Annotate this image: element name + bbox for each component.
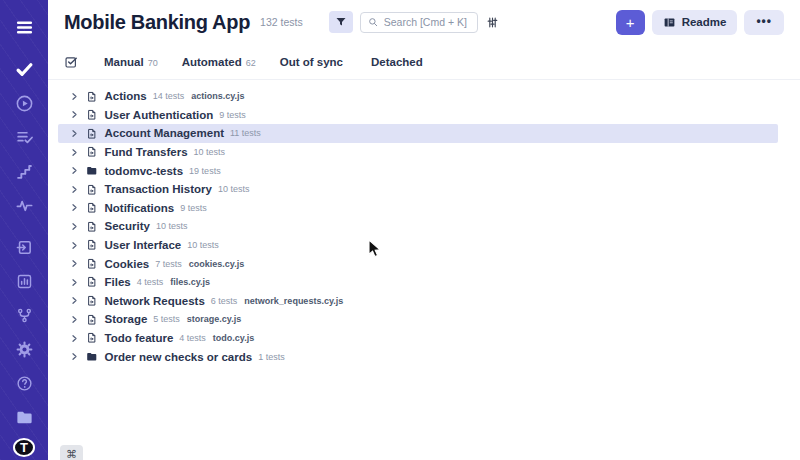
command-shortcut-button[interactable]: ⌘: [60, 445, 83, 460]
chevron-right-icon[interactable]: [70, 296, 79, 305]
suite-test-count: 7 tests: [155, 259, 182, 269]
suite-name: Fund Transfers: [105, 146, 188, 158]
suite-row[interactable]: Notifications 9 tests: [58, 199, 778, 218]
file-icon: [86, 314, 98, 326]
file-icon: [86, 202, 98, 214]
file-icon: [86, 239, 98, 251]
suite-name: Order new checks or cards: [105, 351, 253, 363]
suite-name: User Interface: [105, 239, 182, 251]
chevron-right-icon[interactable]: [70, 166, 79, 175]
ellipsis-icon: •••: [756, 14, 772, 28]
runs-play-icon[interactable]: [11, 90, 37, 116]
file-icon: [86, 146, 98, 158]
suite-filename: files.cy.js: [170, 277, 210, 287]
test-plans-list-icon[interactable]: [11, 124, 37, 150]
suite-row[interactable]: Files 4 tests files.cy.js: [58, 273, 778, 292]
add-button[interactable]: +: [616, 10, 645, 35]
suite-name: Account Management: [105, 127, 225, 139]
suite-name: Todo feature: [105, 332, 174, 344]
tests-checkmark-icon[interactable]: [11, 56, 37, 82]
chevron-right-icon[interactable]: [70, 334, 79, 343]
suite-row[interactable]: todomvc-tests 19 tests: [58, 161, 778, 180]
suite-row[interactable]: Fund Transfers 10 tests: [58, 143, 778, 162]
suite-row[interactable]: User Authentication 9 tests: [58, 106, 778, 125]
app-logo[interactable]: T: [13, 438, 35, 457]
suite-filename: actions.cy.js: [191, 91, 244, 101]
chevron-right-icon[interactable]: [70, 185, 79, 194]
chevron-right-icon[interactable]: [70, 241, 79, 250]
branches-fork-icon[interactable]: [11, 302, 37, 328]
sliders-icon: [486, 16, 499, 29]
suite-name: Files: [105, 276, 131, 288]
file-icon: [86, 128, 98, 140]
suite-test-count: 1 tests: [258, 352, 285, 362]
suite-row[interactable]: User Interface 10 tests: [58, 236, 778, 255]
suite-row[interactable]: Account Management 11 tests: [58, 124, 778, 143]
suite-row[interactable]: Actions 14 tests actions.cy.js: [58, 87, 778, 106]
checklist-icon[interactable]: [64, 55, 78, 69]
filter-button[interactable]: [329, 11, 353, 33]
chevron-right-icon[interactable]: [70, 259, 79, 268]
import-login-icon[interactable]: [11, 234, 37, 260]
suite-filename: storage.cy.js: [187, 314, 241, 324]
chevron-right-icon[interactable]: [70, 222, 79, 231]
chevron-right-icon[interactable]: [70, 352, 79, 361]
readme-button[interactable]: Readme: [652, 10, 738, 35]
filter-tabs: Manual 70 Automated 62 Out of sync Detac…: [48, 44, 800, 80]
projects-folder-icon[interactable]: [11, 404, 37, 430]
chevron-right-icon[interactable]: [70, 110, 79, 119]
suite-name: Notifications: [105, 202, 175, 214]
suite-row[interactable]: Todo feature 4 tests todo.cy.js: [58, 329, 778, 348]
total-tests-count: 132 tests: [260, 16, 303, 28]
chevron-right-icon[interactable]: [70, 92, 79, 101]
suite-test-count: 10 tests: [194, 147, 226, 157]
chevron-right-icon[interactable]: [70, 203, 79, 212]
suite-row[interactable]: Network Requests 6 tests network_request…: [58, 292, 778, 311]
more-options-button[interactable]: •••: [744, 10, 784, 35]
suite-row[interactable]: Security 10 tests: [58, 217, 778, 236]
search-settings-button[interactable]: [486, 16, 499, 29]
suite-row[interactable]: Storage 5 tests storage.cy.js: [58, 310, 778, 329]
search-input[interactable]: [384, 16, 470, 28]
settings-gear-icon[interactable]: [11, 336, 37, 362]
reports-barchart-icon[interactable]: [11, 268, 37, 294]
chevron-right-icon[interactable]: [70, 315, 79, 324]
menu-icon[interactable]: [11, 14, 37, 40]
suite-name: Cookies: [105, 258, 150, 270]
analytics-pulse-icon[interactable]: [11, 192, 37, 218]
suite-row[interactable]: Transaction History 10 tests: [58, 180, 778, 199]
sidebar: T: [0, 0, 48, 460]
suite-test-count: 9 tests: [180, 203, 207, 213]
page-title: Mobile Banking App: [64, 11, 250, 34]
tab-manual[interactable]: Manual 70: [104, 56, 158, 68]
suite-test-count: 11 tests: [230, 128, 261, 138]
suite-test-count: 10 tests: [187, 240, 219, 250]
chevron-right-icon[interactable]: [70, 129, 79, 138]
suite-name: Security: [105, 220, 150, 232]
suite-name: todomvc-tests: [105, 165, 184, 177]
suite-test-count: 4 tests: [179, 333, 206, 343]
tab-out-of-sync[interactable]: Out of sync: [280, 56, 347, 68]
project-header: Mobile Banking App 132 tests + Read: [48, 0, 800, 44]
chevron-right-icon[interactable]: [70, 148, 79, 157]
file-icon: [86, 276, 98, 288]
suite-test-count: 9 tests: [219, 110, 246, 120]
suite-row[interactable]: Order new checks or cards 1 tests: [58, 347, 778, 366]
file-icon: [86, 332, 98, 344]
tab-detached[interactable]: Detached: [371, 56, 427, 68]
suite-row[interactable]: Cookies 7 tests cookies.cy.js: [58, 254, 778, 273]
suite-test-count: 4 tests: [137, 277, 164, 287]
suite-list: Actions 14 tests actions.cy.js User Auth…: [48, 80, 800, 366]
tab-automated[interactable]: Automated 62: [182, 56, 256, 68]
suite-name: Storage: [105, 313, 148, 325]
readme-book-icon: [663, 16, 676, 29]
suite-name: Actions: [105, 90, 147, 102]
suite-filename: cookies.cy.js: [189, 259, 244, 269]
milestones-steps-icon[interactable]: [11, 158, 37, 184]
chevron-right-icon[interactable]: [70, 278, 79, 287]
file-icon: [86, 91, 98, 103]
suite-name: User Authentication: [105, 109, 214, 121]
search-box[interactable]: [360, 12, 478, 33]
file-icon: [86, 109, 98, 121]
help-icon[interactable]: [11, 370, 37, 396]
